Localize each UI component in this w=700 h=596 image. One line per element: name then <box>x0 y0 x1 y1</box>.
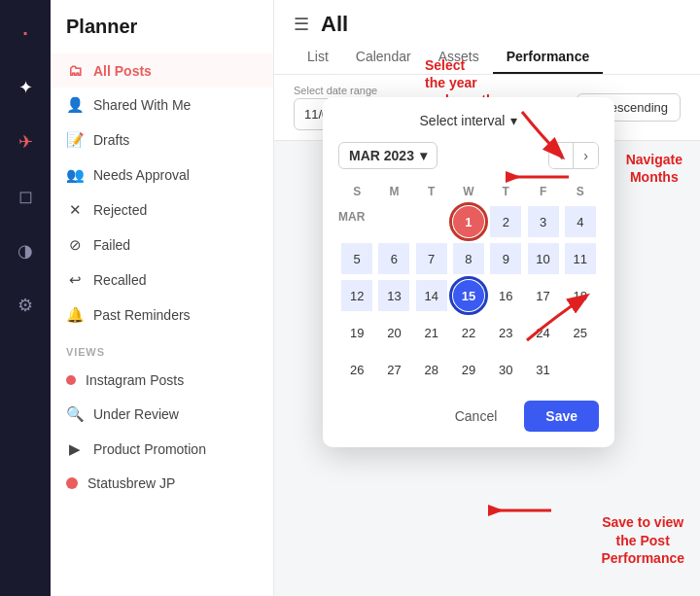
posts-nav-icon[interactable]: ✦ <box>8 70 43 105</box>
statusbrew-jp-dot <box>66 477 78 489</box>
sidebar-view-instagram[interactable]: Instagram Posts <box>51 364 273 397</box>
past-reminders-icon: 🔔 <box>66 306 84 324</box>
cal-day-29[interactable]: 29 <box>453 354 484 385</box>
day-header-wed: W <box>450 181 487 202</box>
month-year-label: MAR 2023 <box>349 148 414 163</box>
cal-day-30[interactable]: 30 <box>490 354 521 385</box>
day-header-thu: T <box>487 181 524 202</box>
cal-day-9[interactable]: 9 <box>490 243 521 274</box>
sidebar: Planner 🗂 All Posts 👤 Shared With Me 📝 D… <box>51 0 274 596</box>
cancel-button[interactable]: Cancel <box>438 401 515 432</box>
tab-assets[interactable]: Assets <box>425 41 493 74</box>
cal-day-11[interactable]: 11 <box>565 243 596 274</box>
week-2-row: 5 6 7 8 9 10 11 <box>338 241 599 276</box>
cal-day-22[interactable]: 22 <box>453 317 484 348</box>
cal-day-7[interactable]: 7 <box>416 243 447 274</box>
cal-day-21[interactable]: 21 <box>416 317 447 348</box>
rejected-icon: ✕ <box>66 201 84 219</box>
calendar-grid: S M T W T F S MAR 1 2 3 4 5 6 7 <box>338 181 599 387</box>
header-tabs: List Calendar Assets Performance <box>294 41 681 74</box>
cal-day-4[interactable]: 4 <box>565 206 596 237</box>
cal-day-23[interactable]: 23 <box>490 317 521 348</box>
select-interval-button[interactable]: Select interval ▾ <box>338 113 599 128</box>
hamburger-icon[interactable]: ☰ <box>294 14 309 35</box>
page-title: All <box>321 12 348 37</box>
sidebar-item-needs-approval[interactable]: 👥 Needs Approval <box>51 158 273 193</box>
tab-performance[interactable]: Performance <box>493 41 604 74</box>
cal-day-17[interactable]: 17 <box>528 280 559 311</box>
cal-day-19[interactable]: 19 <box>341 317 372 348</box>
calendar-dropdown: Select interval ▾ MAR 2023 ▾ ‹ › S M T W… <box>323 97 614 447</box>
day-header-mon: M <box>375 181 412 202</box>
under-review-icon: 🔍 <box>66 405 84 423</box>
next-month-button[interactable]: › <box>574 143 598 168</box>
main-content: ☰ All List Calendar Assets Performance S… <box>274 0 700 596</box>
sidebar-item-all-posts[interactable]: 🗂 All Posts <box>51 53 273 88</box>
sidebar-view-product-promotion[interactable]: ▶ Product Promotion <box>51 432 273 467</box>
chevron-down-icon: ▾ <box>510 113 517 128</box>
cal-day-24[interactable]: 24 <box>528 317 559 348</box>
date-range-label: Select date range <box>294 85 483 96</box>
instagram-dot <box>66 375 76 385</box>
sidebar-item-past-reminders[interactable]: 🔔 Past Reminders <box>51 298 273 333</box>
month-nav: ‹ › <box>548 142 599 169</box>
cal-day-18[interactable]: 18 <box>565 280 596 311</box>
nav-rail: · ✦ ✈ ◻ ◑ ⚙ <box>0 0 51 596</box>
annotation-save-to-view: Save to viewthe PostPerformance <box>601 513 684 567</box>
month-year-selector[interactable]: MAR 2023 ▾ <box>338 142 438 169</box>
shared-icon: 👤 <box>66 96 84 114</box>
cal-day-28[interactable]: 28 <box>416 354 447 385</box>
tab-list[interactable]: List <box>294 41 342 74</box>
day-header-sat: S <box>562 181 599 202</box>
send-nav-icon[interactable]: ✈ <box>8 124 43 159</box>
cal-empty-end <box>565 354 596 385</box>
cal-day-8[interactable]: 8 <box>453 243 484 274</box>
cal-day-1[interactable]: 1 <box>453 206 484 237</box>
brand-icon[interactable]: · <box>8 16 43 51</box>
day-header-tue: T <box>413 181 450 202</box>
chevron-down-small-icon: ▾ <box>420 148 427 163</box>
week-label-row: MAR 1 2 3 4 <box>338 204 599 239</box>
cal-day-2[interactable]: 2 <box>490 206 521 237</box>
month-row-label: MAR <box>338 204 375 239</box>
sidebar-view-under-review[interactable]: 🔍 Under Review <box>51 397 273 432</box>
sidebar-view-statusbrew-jp[interactable]: Statusbrew JP <box>51 467 273 500</box>
sidebar-item-rejected[interactable]: ✕ Rejected <box>51 193 273 228</box>
cal-day-31[interactable]: 31 <box>528 354 559 385</box>
sidebar-item-recalled[interactable]: ↩ Recalled <box>51 263 273 298</box>
day-header-fri: F <box>524 181 561 202</box>
sidebar-item-shared-with-me[interactable]: 👤 Shared With Me <box>51 88 273 123</box>
cal-day-13[interactable]: 13 <box>378 280 409 311</box>
calendar-header-row: MAR 2023 ▾ ‹ › <box>338 142 599 169</box>
sidebar-item-failed[interactable]: ⊘ Failed <box>51 228 273 263</box>
cal-day-26[interactable]: 26 <box>341 354 372 385</box>
cal-day-14[interactable]: 14 <box>416 280 447 311</box>
save-button[interactable]: Save <box>524 401 599 432</box>
cal-day-27[interactable]: 27 <box>378 354 409 385</box>
cal-day-12[interactable]: 12 <box>341 280 372 311</box>
cal-empty-1 <box>378 206 409 237</box>
failed-icon: ⊘ <box>66 236 84 254</box>
cal-day-16[interactable]: 16 <box>490 280 521 311</box>
cal-day-3[interactable]: 3 <box>528 206 559 237</box>
sidebar-item-drafts[interactable]: 📝 Drafts <box>51 123 273 158</box>
views-section-label: VIEWS <box>51 333 273 364</box>
day-header-sun: S <box>338 181 375 202</box>
tab-calendar[interactable]: Calendar <box>342 41 425 74</box>
drafts-icon: 📝 <box>66 131 84 149</box>
cal-day-6[interactable]: 6 <box>378 243 409 274</box>
week-4-row: 19 20 21 22 23 24 25 <box>338 315 599 350</box>
analytics-nav-icon[interactable]: ◑ <box>8 233 43 268</box>
cal-day-5[interactable]: 5 <box>341 243 372 274</box>
prev-month-button[interactable]: ‹ <box>549 143 575 168</box>
cal-day-15[interactable]: 15 <box>453 280 484 311</box>
all-posts-icon: 🗂 <box>66 62 84 79</box>
cal-day-10[interactable]: 10 <box>528 243 559 274</box>
cal-empty-2 <box>416 206 447 237</box>
day-headers-row: S M T W T F S <box>338 181 599 202</box>
settings-nav-icon[interactable]: ⚙ <box>8 288 43 323</box>
week-5-row: 26 27 28 29 30 31 <box>338 352 599 387</box>
inbox-nav-icon[interactable]: ◻ <box>8 179 43 214</box>
cal-day-20[interactable]: 20 <box>378 317 409 348</box>
cal-day-25[interactable]: 25 <box>565 317 596 348</box>
